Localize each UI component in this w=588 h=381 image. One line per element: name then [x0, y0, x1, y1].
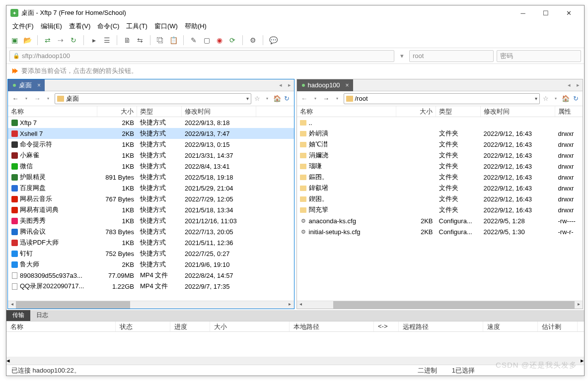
column-header[interactable]: 大小 [97, 106, 137, 117]
right-path-input[interactable]: /root▾ [344, 93, 540, 104]
left-path-input[interactable]: 桌面▾ [55, 93, 251, 104]
column-header[interactable]: 名称 [8, 106, 97, 117]
column-header[interactable]: 属性 [555, 106, 583, 117]
column-header[interactable]: 修改时间 [182, 106, 256, 117]
file-row[interactable]: Xshell 72KB快捷方式2022/9/13, 7:47 [8, 128, 294, 139]
file-row[interactable]: 8908309d55c937a3...77.09MBMP4 文件2022/8/2… [8, 270, 294, 281]
username-field[interactable]: root [409, 50, 494, 62]
star-icon[interactable]: ☆ [542, 95, 550, 102]
file-row[interactable]: 钉钉752 Bytes快捷方式2022/7/25, 0:27 [8, 248, 294, 259]
column-header[interactable]: 大小 [210, 321, 290, 331]
password-field[interactable]: 密码 [497, 50, 581, 62]
file-row[interactable]: 涓嬭浇文件夹2022/9/12, 16:43drwxr [297, 150, 583, 161]
transfer-tab[interactable]: 传输 [6, 310, 30, 321]
refresh-icon[interactable]: ⟳ [227, 35, 237, 45]
column-header[interactable]: 估计剩 [538, 321, 578, 331]
stop-icon[interactable]: ◉ [215, 35, 224, 45]
home-icon[interactable]: 🏠 [273, 95, 281, 102]
new-session-icon[interactable]: ▣ [9, 35, 19, 45]
file-row[interactable]: 小麻雀1KB快捷方式2021/3/31, 14:37 [8, 150, 294, 161]
close-button[interactable]: ✕ [557, 5, 580, 20]
connect-icon[interactable]: ⇄ [43, 35, 53, 45]
star-icon[interactable]: ☆ [253, 95, 261, 102]
column-header[interactable]: 名称 [297, 106, 396, 117]
file-row[interactable]: 微信1KB快捷方式2022/8/4, 13:41 [8, 161, 294, 172]
tab-close-icon[interactable]: × [346, 82, 349, 89]
right-hscroll[interactable]: ◂▸ [297, 301, 583, 309]
address-dropdown[interactable]: ▾ [397, 52, 406, 60]
refresh-icon[interactable]: ↻ [283, 95, 291, 102]
file-row[interactable]: 命令提示符1KB快捷方式2022/9/13, 0:15 [8, 139, 294, 150]
back-icon[interactable]: ← [11, 95, 20, 102]
left-file-list[interactable]: 名称大小类型修改时间 Xftp 72KB快捷方式2022/9/13, 8:18X… [8, 106, 294, 301]
file-row[interactable]: 鲁大师2KB快捷方式2021/9/6, 19:10 [8, 259, 294, 270]
right-file-list[interactable]: 名称大小类型修改时间属性 ..妗岄潰文件夹2022/9/12, 16:43drw… [297, 106, 583, 301]
chevron-down-icon[interactable]: ▾ [246, 96, 249, 101]
column-header[interactable]: 类型 [436, 106, 481, 117]
file-row[interactable]: 闊充箰文件夹2022/9/12, 16:43drwxr [297, 204, 583, 215]
edit-icon[interactable]: ✎ [189, 35, 199, 45]
paste-icon[interactable]: 📋 [168, 35, 178, 45]
back-dd-icon[interactable]: ▾ [22, 96, 31, 101]
help-icon[interactable]: 💬 [268, 35, 278, 45]
chevron-down-icon[interactable]: ▾ [535, 96, 537, 101]
menu-item[interactable]: 帮助(H) [182, 21, 210, 32]
forward-icon[interactable]: → [322, 95, 331, 102]
tab-scroll-left-icon[interactable]: ◂ [276, 82, 285, 88]
file-row[interactable]: 迅读PDF大师1KB快捷方式2021/5/11, 12:36 [8, 237, 294, 248]
disconnect-icon[interactable]: ⇢ [56, 35, 66, 45]
column-header[interactable]: 远程路径 [399, 321, 483, 331]
menu-item[interactable]: 命令(C) [94, 21, 122, 32]
list-icon[interactable]: ☰ [102, 35, 112, 45]
left-tab[interactable]: 桌面× [8, 79, 45, 91]
file-row[interactable]: 瑙嗛文件夹2022/9/12, 16:43drwxr [297, 161, 583, 172]
home-icon[interactable]: 🏠 [562, 95, 570, 102]
log-tab[interactable]: 日志 [30, 310, 54, 321]
column-header[interactable]: 本地路径 [290, 321, 374, 331]
column-header[interactable]: 大小 [396, 106, 436, 117]
copy-icon[interactable]: ⿻ [155, 35, 165, 45]
file-row[interactable]: .. [297, 117, 583, 128]
new-file-icon[interactable]: 🗎 [122, 35, 132, 45]
address-bar[interactable]: 🔒sftp://hadoop100 [9, 50, 394, 62]
maximize-button[interactable]: ☐ [534, 5, 557, 20]
terminal-icon[interactable]: ▢ [202, 35, 212, 45]
fav-dd-icon[interactable]: ▾ [263, 96, 271, 101]
menu-item[interactable]: 查看(V) [66, 21, 93, 32]
column-header[interactable]: 速度 [483, 321, 538, 331]
bottom-hscroll[interactable]: ◂▸ [6, 357, 584, 365]
column-header[interactable]: 类型 [137, 106, 182, 117]
tab-scroll-left-icon[interactable]: ◂ [565, 82, 574, 88]
tab-close-icon[interactable]: × [37, 82, 41, 89]
tab-scroll-right-icon[interactable]: ▸ [574, 82, 583, 88]
file-row[interactable]: 美图秀秀1KB快捷方式2021/12/16, 11:03 [8, 215, 294, 226]
column-header[interactable]: 名称 [6, 321, 116, 331]
forward-icon[interactable]: → [33, 95, 42, 102]
reconnect-icon[interactable]: ↻ [69, 35, 78, 45]
column-header[interactable]: 状态 [116, 321, 170, 331]
file-row[interactable]: 护眼精灵891 Bytes快捷方式2022/5/18, 19:18 [8, 172, 294, 183]
file-row[interactable]: ⚙anaconda-ks.cfg2KBConfigura...2022/9/5,… [297, 215, 583, 226]
left-hscroll[interactable]: ◂▸ [8, 301, 294, 309]
settings-icon[interactable]: ⚙ [248, 35, 258, 45]
fwd-dd-icon[interactable]: ▾ [44, 96, 53, 101]
file-row[interactable]: 鍏叡墸文件夹2022/9/12, 16:43drwxr [297, 183, 583, 193]
minimize-button[interactable]: ─ [512, 5, 534, 20]
column-header[interactable]: 进度 [170, 321, 210, 331]
open-folder-icon[interactable]: 📂 [22, 35, 32, 45]
menu-item[interactable]: 窗口(W) [151, 21, 181, 32]
sync-icon[interactable]: ⇆ [135, 35, 145, 45]
file-row[interactable]: Xftp 72KB快捷方式2022/9/13, 8:18 [8, 117, 294, 128]
play-icon[interactable]: ▸ [89, 35, 99, 45]
right-tab[interactable]: hadoop100× [297, 79, 353, 91]
back-icon[interactable]: ← [300, 95, 309, 102]
file-row[interactable]: 鏂囨。文件夹2022/9/12, 16:43drwxr [297, 172, 583, 183]
tab-scroll-right-icon[interactable]: ▸ [285, 82, 294, 88]
file-row[interactable]: ⚙initial-setup-ks.cfg2KBConfigura...2022… [297, 226, 583, 237]
menu-item[interactable]: 文件(F) [9, 21, 37, 32]
column-header[interactable]: <-> [374, 321, 399, 331]
menu-item[interactable]: 编辑(E) [38, 21, 65, 32]
file-row[interactable]: QQ录屏2022090717...1.22GBMP4 文件2022/9/7, 1… [8, 281, 294, 292]
file-row[interactable]: 网易有道词典1KB快捷方式2021/5/18, 13:34 [8, 204, 294, 215]
menu-item[interactable]: 工具(T) [123, 21, 150, 32]
